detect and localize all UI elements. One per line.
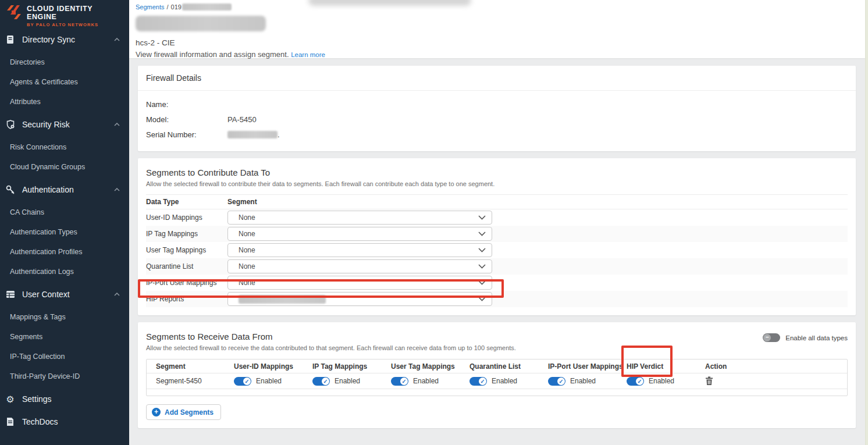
scrollbar[interactable]: [865, 0, 868, 445]
chevron-up-icon: [114, 188, 120, 191]
sidebar-nav: Directory Sync Directories Agents & Cert…: [0, 26, 129, 432]
toggle-ip-tag-mappings[interactable]: ✓: [312, 377, 330, 386]
sidebar-item-attributes[interactable]: Attributes: [0, 92, 129, 112]
table-row: User-ID Mappings None: [146, 209, 848, 226]
chevron-down-icon: [478, 232, 486, 236]
breadcrumb-id-prefix: 019: [171, 3, 182, 10]
sidebar-item-risk-connections[interactable]: Risk Connections: [0, 137, 129, 157]
firewall-details-title: Firewall Details: [138, 66, 856, 91]
sidebar-group-label: Settings: [22, 394, 120, 404]
col-header-user-id-mappings: User-ID Mappings: [234, 362, 312, 371]
breadcrumb: Segments / 019: [136, 2, 868, 12]
sidebar-item-directories[interactable]: Directories: [0, 52, 129, 72]
col-header-ip-tag-mappings: IP Tag Mappings: [312, 362, 391, 371]
contribute-description: Allow the selected firewall to contribut…: [146, 180, 848, 187]
toggle-check-icon: ✓: [636, 378, 643, 385]
chevron-down-icon: [478, 248, 486, 252]
sidebar-group-settings[interactable]: ⚙ Settings: [0, 389, 129, 409]
col-header-quarantine-list: Quarantine List: [469, 362, 548, 371]
col-header-segment: Segment: [227, 198, 257, 206]
delete-segment-button[interactable]: [705, 376, 713, 386]
receive-table: Segment User-ID Mappings IP Tag Mappings…: [146, 359, 848, 396]
key-icon: [5, 185, 15, 195]
sidebar-group-user-context[interactable]: User Context: [0, 284, 129, 304]
directory-sync-icon: [5, 35, 15, 45]
redacted-page-title: [136, 16, 266, 31]
document-icon: [5, 417, 15, 427]
segment-select-quarantine-list[interactable]: None: [227, 259, 492, 273]
col-header-data-type: Data Type: [146, 198, 227, 206]
field-model: Model: PA-5450: [146, 112, 848, 127]
toggle-ip-port-user-mappings[interactable]: ✓: [548, 377, 565, 386]
sidebar-group-techdocs[interactable]: TechDocs: [0, 412, 129, 432]
contribute-title: Segments to Contribute Data To: [146, 168, 848, 177]
sidebar-item-segments[interactable]: Segments: [0, 327, 129, 347]
segment-select-user-id-mappings[interactable]: None: [227, 211, 492, 225]
col-header-user-tag-mappings: User Tag Mappings: [391, 362, 469, 371]
plus-icon: +: [152, 408, 161, 416]
toggle-check-icon: ✓: [322, 378, 329, 385]
table-icon: [5, 290, 15, 300]
col-header-segment: Segment: [147, 362, 234, 371]
content-area: Firewall Details Name: Model: PA-5450 Se…: [129, 58, 868, 428]
contribute-card: Segments to Contribute Data To Allow the…: [138, 158, 856, 315]
toggle-quarantine-list[interactable]: ✓: [469, 377, 487, 386]
chevron-up-icon: [114, 123, 120, 126]
logo-subtitle: BY PALO ALTO NETWORKS: [27, 22, 123, 27]
toggle-user-tag-mappings[interactable]: ✓: [391, 377, 408, 386]
segment-select-hip-reports[interactable]: [227, 292, 492, 306]
sidebar-item-mappings-tags[interactable]: Mappings & Tags: [0, 307, 129, 327]
chevron-up-icon: [114, 38, 120, 41]
chevron-up-icon: [114, 293, 120, 296]
page-description: View firewall information and assign seg…: [136, 50, 868, 59]
field-serial-number: Serial Number: .: [146, 127, 848, 142]
sidebar-item-third-party-device-id[interactable]: Third-Party Device-ID: [0, 366, 129, 386]
table-row: User Tag Mappings None: [146, 242, 848, 258]
sidebar: CLOUD IDENTITY ENGINE BY PALO ALTO NETWO…: [0, 0, 129, 445]
breadcrumb-separator: /: [167, 3, 169, 10]
toggle-check-icon: ✓: [243, 378, 251, 385]
sidebar-group-label: TechDocs: [22, 417, 120, 426]
contribute-table: Data Type Segment User-ID Mappings None …: [146, 194, 848, 307]
table-row: Quarantine List None: [146, 258, 848, 275]
toggle-user-id-mappings[interactable]: ✓: [234, 377, 251, 386]
logo-title: CLOUD IDENTITY ENGINE: [27, 5, 123, 21]
gear-icon: ⚙: [5, 394, 15, 404]
sidebar-group-authentication[interactable]: Authentication: [0, 180, 129, 200]
sidebar-group-directory-sync[interactable]: Directory Sync: [0, 30, 129, 49]
sidebar-group-label: Directory Sync: [22, 35, 114, 44]
breadcrumb-segments-link[interactable]: Segments: [136, 3, 165, 10]
receive-description: Allow the selected firewall to receive t…: [146, 344, 516, 351]
add-segments-button[interactable]: + Add Segments: [146, 404, 221, 420]
enable-all-toggle[interactable]: –: [763, 333, 780, 342]
sidebar-item-ca-chains[interactable]: CA Chains: [0, 202, 129, 222]
chevron-down-icon: [478, 215, 486, 220]
sidebar-group-security-risk[interactable]: Security Risk: [0, 115, 129, 134]
toggle-hip-verdict[interactable]: ✓: [627, 377, 644, 386]
chevron-down-icon: [478, 297, 486, 301]
sidebar-group-label: User Context: [22, 290, 114, 299]
palo-alto-logo-icon: [6, 5, 22, 20]
sidebar-item-authentication-profiles[interactable]: Authentication Profiles: [0, 242, 129, 262]
segment-select-ip-tag-mappings[interactable]: None: [227, 227, 492, 241]
learn-more-link[interactable]: Learn more: [291, 51, 325, 58]
chevron-down-icon: [478, 264, 486, 269]
sidebar-item-ip-tag-collection[interactable]: IP-Tag Collection: [0, 347, 129, 366]
sidebar-item-cloud-dynamic-groups[interactable]: Cloud Dynamic Groups: [0, 157, 129, 177]
enable-all-label: Enable all data types: [785, 334, 848, 341]
segment-select-user-tag-mappings[interactable]: None: [227, 243, 492, 257]
chevron-down-icon: [478, 280, 486, 285]
receive-card: Segments to Receive Data From Allow the …: [138, 322, 856, 428]
sidebar-group-label: Authentication: [22, 185, 114, 194]
redacted-hip-reports-value: [239, 295, 326, 304]
col-header-hip-verdict: HIP Verdict: [627, 362, 705, 371]
sidebar-item-authentication-types[interactable]: Authentication Types: [0, 222, 129, 242]
redacted-breadcrumb-id: [182, 3, 232, 10]
table-row-hip-reports: HIP Reports: [146, 291, 848, 307]
sidebar-item-agents-certificates[interactable]: Agents & Certificates: [0, 72, 129, 92]
sidebar-item-authentication-logs[interactable]: Authentication Logs: [0, 262, 129, 282]
segment-select-ip-port-user-mappings[interactable]: None: [227, 276, 492, 290]
toggle-check-icon: ✓: [400, 378, 408, 385]
receive-title: Segments to Receive Data From: [146, 332, 516, 341]
table-row-segment-5450: Segment-5450 ✓ Enabled ✓ Enabled ✓ Enabl…: [147, 373, 847, 389]
